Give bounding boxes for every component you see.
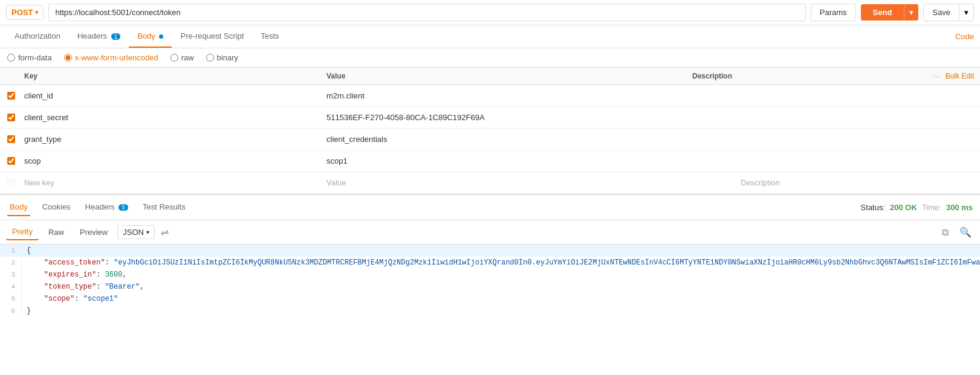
code-line: 1 { [0,245,980,257]
send-button-group: Send ▾ [861,4,919,21]
table-row: client_secret 511536EF-F270-4058-80CA-1C… [0,107,980,129]
method-selector[interactable]: POST ▾ [6,5,44,20]
row-value[interactable]: 511536EF-F270-4058-80CA-1C89C192F69A [324,109,738,126]
tab-headers[interactable]: Headers 1 [69,25,129,48]
new-key-row: New key Value Description [0,172,980,194]
line-number: 3 [0,269,22,281]
row-description[interactable] [738,136,980,143]
tab-tests[interactable]: Tests [252,25,287,48]
new-check-col [0,179,22,187]
bulk-edit-button[interactable]: Bulk Edit [946,72,974,80]
code-link[interactable]: Code [955,32,974,41]
new-key-input[interactable]: New key [22,175,324,191]
fmt-tab-pretty[interactable]: Pretty [6,224,39,240]
wrap-lines-icon[interactable]: ⇌ [158,225,171,239]
form-data-option[interactable]: form-data [7,53,52,62]
body-type-row: form-data x-www-form-urlencoded raw bina… [0,48,980,68]
line-content: "expires_in": 3600, [27,269,980,281]
row-key[interactable]: scop [22,153,324,169]
tab-body[interactable]: Body [129,25,172,48]
row-description[interactable] [738,92,980,100]
header-description: Description [690,72,932,80]
row-value[interactable]: m2m.client [324,88,738,104]
row-description[interactable] [738,158,980,165]
fmt-tab-raw[interactable]: Raw [42,225,70,240]
code-line: 4 "token_type": "Bearer", [0,281,980,293]
save-button-group: Save ▾ [923,4,974,21]
send-chevron-icon: ▾ [909,8,913,17]
method-label: POST [11,8,33,17]
line-number: 2 [0,257,22,269]
line-content: { [27,245,980,257]
row-key[interactable]: client_secret [22,109,324,126]
copy-icon[interactable]: ⧉ [939,225,951,239]
save-button[interactable]: Save [924,4,959,21]
time-value: 300 ms [946,203,973,212]
save-chevron-icon: ▾ [964,8,969,17]
new-desc-input[interactable]: Description [738,175,980,191]
json-chevron-icon: ▾ [146,229,149,236]
code-line: 6 } [0,305,980,317]
header-value: Value [324,72,690,80]
line-content: } [27,305,980,317]
top-bar: POST ▾ Params Send ▾ Save ▾ [0,0,980,25]
binary-option[interactable]: binary [206,53,238,62]
raw-option[interactable]: raw [170,53,194,62]
row-check-col [0,114,22,121]
json-format-selector[interactable]: JSON ▾ [117,225,155,239]
status-value: 200 OK [890,203,917,212]
body-dot [159,34,163,39]
line-number: 6 [0,305,22,317]
search-icon[interactable]: 🔍 [957,225,974,239]
params-button[interactable]: Params [811,4,856,21]
table-row: grant_type client_credentials [0,129,980,150]
response-section: Body Cookies Headers 5 Test Results Stat… [0,194,980,317]
resp-tab-headers[interactable]: Headers 5 [83,199,131,216]
row-value[interactable]: client_credentials [324,131,738,147]
code-line: 3 "expires_in": 3600, [0,269,980,281]
more-options-icon[interactable]: ··· [933,71,941,81]
format-actions: ⧉ 🔍 [939,225,974,239]
headers-badge: 1 [111,33,121,40]
time-label: Time: [922,203,941,212]
line-number: 4 [0,281,22,293]
request-tab-row: Authorization Headers 1 Body Pre-request… [0,25,980,48]
response-tab-row: Body Cookies Headers 5 Test Results Stat… [0,195,980,220]
line-number: 5 [0,293,22,305]
code-output: 1 { 2 "access_token": "eyJhbGciOiJSUzI1N… [0,245,980,317]
header-actions: ··· Bulk Edit [932,71,980,81]
line-number: 1 [0,245,22,257]
resp-tab-body[interactable]: Body [7,199,30,216]
resp-tab-cookies[interactable]: Cookies [40,199,73,216]
row-description[interactable] [738,114,980,121]
row-key[interactable]: grant_type [22,131,324,147]
row-check-col [0,92,22,100]
line-content: "access_token": "eyJhbGciOiJSUzI1NiIsImt… [27,257,980,269]
send-button[interactable]: Send [861,4,904,21]
row-value[interactable]: scop1 [324,153,738,169]
status-label: Status: [861,203,885,212]
resp-tab-test-results[interactable]: Test Results [140,199,188,216]
line-content: "token_type": "Bearer", [27,281,980,293]
row-check-col [0,135,22,143]
response-meta: Status: 200 OK Time: 300 ms [861,203,973,212]
save-dropdown-button[interactable]: ▾ [959,4,973,21]
line-content: "scope": "scope1" [27,293,980,305]
urlencoded-option[interactable]: x-www-form-urlencoded [64,53,158,62]
table-row: scop scop1 [0,150,980,172]
fmt-tab-preview[interactable]: Preview [74,225,114,240]
code-line: 5 "scope": "scope1" [0,293,980,305]
request-body-table: client_id m2m.client client_secret 51153… [0,85,980,172]
url-input[interactable] [48,4,805,21]
new-value-input[interactable]: Value [324,175,738,191]
method-chevron-icon: ▾ [35,9,38,16]
resp-headers-badge: 5 [118,204,128,211]
row-key[interactable]: client_id [22,88,324,104]
row-check-col [0,157,22,165]
code-line: 2 "access_token": "eyJhbGciOiJSUzI1NiIsI… [0,257,980,269]
tab-pre-request-script[interactable]: Pre-request Script [172,25,252,48]
format-bar: Pretty Raw Preview JSON ▾ ⇌ ⧉ 🔍 [0,220,980,245]
tab-authorization[interactable]: Authorization [6,25,69,48]
send-dropdown-button[interactable]: ▾ [904,4,918,21]
table-row: client_id m2m.client [0,85,980,107]
